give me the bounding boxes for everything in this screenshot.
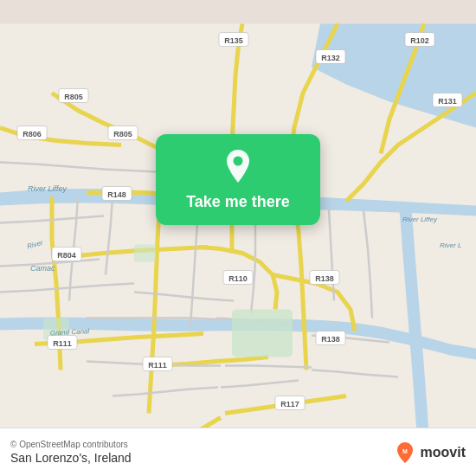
svg-point-43 (234, 157, 243, 166)
location-label: San Lorenzo's, Ireland (10, 451, 132, 465)
svg-text:R138: R138 (315, 274, 334, 283)
svg-text:River Liffey: River Liffey (402, 215, 438, 223)
moovit-label: moovit (421, 445, 466, 460)
svg-rect-2 (232, 310, 293, 357)
pin-icon-wrapper (222, 148, 254, 186)
svg-text:River Liffey: River Liffey (28, 184, 68, 193)
svg-text:R138: R138 (321, 335, 340, 344)
svg-text:River L: River L (440, 241, 461, 249)
cta-card[interactable]: Take me there (156, 134, 320, 225)
svg-text:R805: R805 (64, 93, 83, 101)
svg-text:Camac: Camac (30, 264, 55, 273)
svg-text:R117: R117 (280, 400, 299, 408)
location-pin-icon (222, 148, 254, 186)
svg-text:R806: R806 (23, 130, 42, 138)
copyright-text: © OpenStreetMap contributors (10, 440, 132, 449)
svg-text:M: M (402, 447, 408, 453)
map-background: R805 R806 R805 R135 R132 R102 R131 R148 … (0, 0, 476, 476)
svg-text:R148: R148 (107, 190, 126, 199)
take-me-there-button[interactable]: Take me there (186, 193, 290, 211)
bottom-bar: © OpenStreetMap contributors San Lorenzo… (0, 428, 476, 476)
svg-text:R135: R135 (224, 36, 243, 45)
bottom-left-info: © OpenStreetMap contributors San Lorenzo… (10, 440, 132, 465)
svg-text:R102: R102 (410, 36, 429, 45)
svg-text:R110: R110 (228, 274, 248, 283)
svg-text:R804: R804 (57, 251, 76, 260)
svg-text:R131: R131 (438, 97, 457, 106)
svg-text:R111: R111 (53, 339, 72, 348)
svg-text:R132: R132 (321, 54, 340, 62)
moovit-icon: M (393, 441, 417, 465)
svg-text:R111: R111 (148, 361, 167, 370)
svg-text:R805: R805 (113, 130, 132, 138)
moovit-logo[interactable]: M moovit (393, 441, 466, 465)
map-container: R805 R806 R805 R135 R132 R102 R131 R148 … (0, 0, 476, 476)
svg-rect-4 (134, 245, 156, 262)
